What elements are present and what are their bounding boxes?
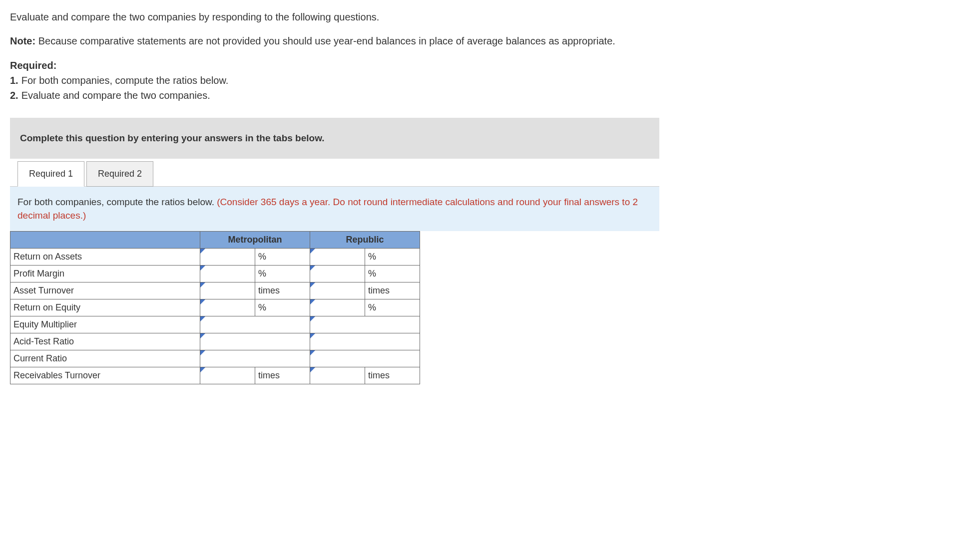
table-row: Equity Multiplier [10,316,420,333]
republic-unit: times [365,367,420,384]
note-label: Note: [10,35,35,46]
republic-unit: times [365,282,420,299]
required-item-2: 2. Evaluate and compare the two companie… [10,88,949,103]
corner-marker-icon [200,367,205,372]
tab-content-main: For both companies, compute the ratios b… [17,197,217,207]
row-label: Acid-Test Ratio [10,333,200,350]
header-republic: Republic [310,232,420,249]
required-text-1: For both companies, compute the ratios b… [21,73,229,88]
corner-marker-icon [200,350,205,355]
metro-input[interactable] [200,266,255,282]
corner-marker-icon [310,266,315,271]
corner-marker-icon [200,266,205,271]
corner-marker-icon [200,333,205,338]
corner-marker-icon [310,333,315,338]
intro-text: Evaluate and compare the two companies b… [10,10,949,24]
tab-required-1[interactable]: Required 1 [17,161,84,187]
metro-unit: % [255,266,310,282]
metro-unit: times [255,367,310,384]
required-label: Required: [10,58,949,73]
republic-input[interactable] [310,299,365,316]
republic-unit: % [365,249,420,266]
republic-input[interactable] [310,266,365,282]
republic-input[interactable] [310,249,365,266]
tab-content: For both companies, compute the ratios b… [10,186,659,231]
ratio-table: Metropolitan Republic Return on Assets %… [10,231,420,384]
corner-marker-icon [310,350,315,355]
row-label: Asset Turnover [10,282,200,299]
metro-input[interactable] [200,249,255,266]
tab-required-2[interactable]: Required 2 [86,161,153,187]
corner-marker-icon [310,282,315,287]
required-text-2: Evaluate and compare the two companies. [21,88,210,103]
metro-input[interactable] [200,316,310,333]
required-number-1: 1. [10,73,18,88]
metro-unit: % [255,249,310,266]
table-row: Current Ratio [10,350,420,367]
row-label: Receivables Turnover [10,367,200,384]
metro-input[interactable] [200,350,310,367]
table-row: Profit Margin % % [10,266,420,282]
corner-marker-icon [200,299,205,304]
instruction-banner: Complete this question by entering your … [10,118,659,159]
republic-input[interactable] [310,333,420,350]
corner-marker-icon [200,249,205,254]
republic-input[interactable] [310,316,420,333]
row-label: Return on Equity [10,299,200,316]
republic-input[interactable] [310,350,420,367]
table-row: Return on Equity % % [10,299,420,316]
republic-unit: % [365,266,420,282]
required-number-2: 2. [10,88,18,103]
required-section: Required: 1. For both companies, compute… [10,58,949,103]
table-row: Receivables Turnover times times [10,367,420,384]
corner-marker-icon [200,316,205,321]
metro-input[interactable] [200,333,310,350]
note-text: Because comparative statements are not p… [35,35,615,46]
header-metropolitan: Metropolitan [200,232,310,249]
republic-unit: % [365,299,420,316]
row-label: Equity Multiplier [10,316,200,333]
note-section: Note: Because comparative statements are… [10,34,949,48]
metro-input[interactable] [200,282,255,299]
republic-input[interactable] [310,367,365,384]
corner-marker-icon [310,299,315,304]
corner-marker-icon [310,367,315,372]
row-label: Current Ratio [10,350,200,367]
table-row: Asset Turnover times times [10,282,420,299]
row-label: Profit Margin [10,266,200,282]
metro-unit: times [255,282,310,299]
metro-input[interactable] [200,299,255,316]
republic-input[interactable] [310,282,365,299]
corner-marker-icon [200,282,205,287]
corner-marker-icon [310,316,315,321]
row-label: Return on Assets [10,249,200,266]
required-item-1: 1. For both companies, compute the ratio… [10,73,949,88]
table-row: Acid-Test Ratio [10,333,420,350]
metro-unit: % [255,299,310,316]
table-body: Return on Assets % % Profit Margin % % A… [10,249,420,384]
metro-input[interactable] [200,367,255,384]
table-row: Return on Assets % % [10,249,420,266]
header-spacer [10,232,200,249]
corner-marker-icon [310,249,315,254]
tabs-container: Required 1 Required 2 [10,161,659,187]
